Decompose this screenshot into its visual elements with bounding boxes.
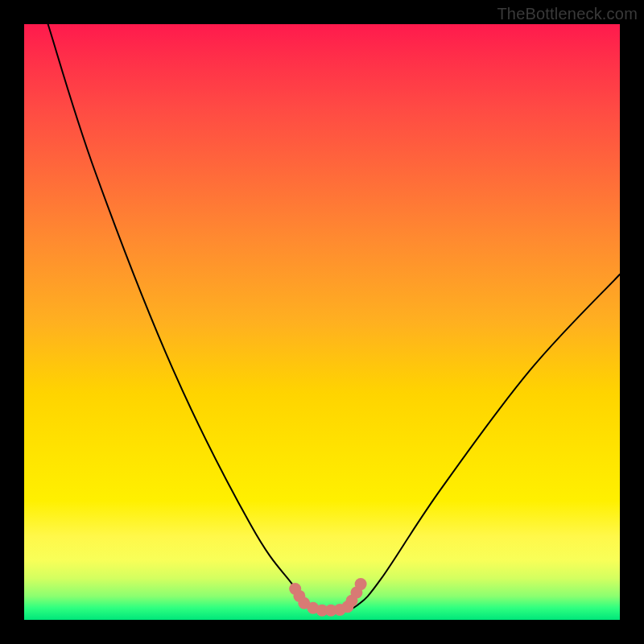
curve-svg <box>24 24 620 620</box>
trough-marker <box>355 578 367 590</box>
bottleneck-curve <box>48 24 620 612</box>
chart-frame: TheBottleneck.com <box>0 0 644 644</box>
watermark-label: TheBottleneck.com <box>497 5 638 23</box>
trough-markers-group <box>289 578 366 617</box>
